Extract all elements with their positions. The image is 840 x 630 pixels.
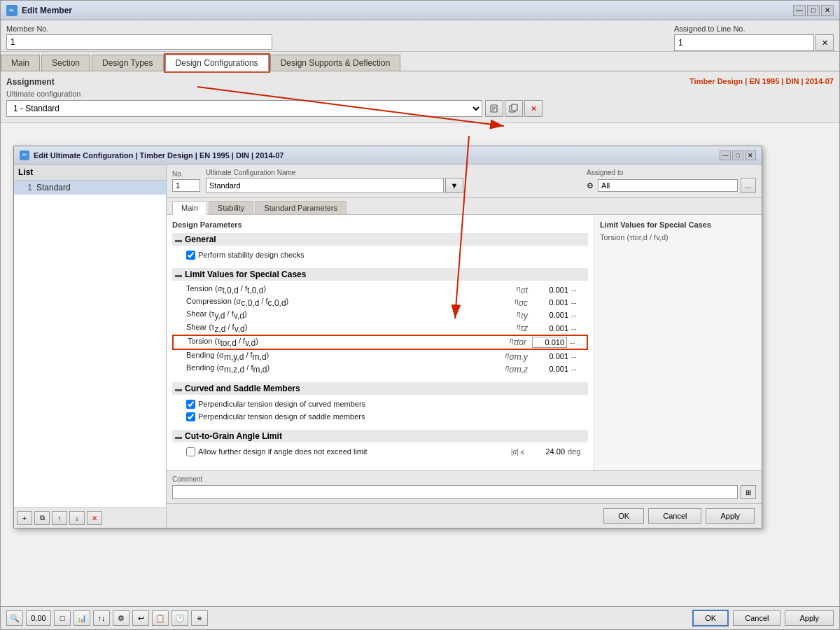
torsion-value-input[interactable] [532,337,567,348]
config-select[interactable]: 1 - Standard [6,100,482,117]
inner-tab-stability[interactable]: Stability [209,201,254,214]
limit-values-right-title: Limit Values for Special Cases [600,220,756,229]
list-item-name: Standard [36,183,71,192]
bending-y-unit: -- [571,352,585,360]
name-label: Ultimate Configuration Name [206,169,463,176]
comment-row: ⊞ [172,485,756,499]
value-button[interactable]: 0.00 [26,610,51,626]
bottom-toolbar: 🔍 0.00 □ 📊 ↑↓ ⚙ ↩ 📋 🕐 ≡ OK Cancel Apply [1,606,839,629]
assigned-to-button[interactable]: … [741,178,756,193]
bending-y-value: 0.001 [533,352,568,360]
grain-angle-checkbox[interactable] [186,447,195,456]
comment-input[interactable] [172,485,738,499]
search-button[interactable]: 🔍 [6,610,23,626]
cancel-button[interactable]: Cancel [733,610,780,626]
shear-z-label: Shear (τz,d / fv,d) [186,323,483,334]
member-no-input[interactable] [6,34,272,50]
ok-button[interactable]: OK [692,610,729,626]
list-delete-button[interactable]: ✕ [87,511,102,525]
name-dropdown-button[interactable]: ▼ [445,178,463,193]
title-bar-left: ✏ Edit Member [6,5,72,16]
history-button[interactable]: 🕐 [172,610,188,626]
inner-tab-standard-params[interactable]: Standard Parameters [255,201,346,214]
menu-button[interactable]: ≡ [191,610,208,626]
list-add-button[interactable]: + [17,511,32,525]
list-item[interactable]: 1 Standard [14,181,166,195]
no-group: No. [172,170,200,192]
limit-values-group: ▬ Limit Values for Special Cases Tension… [172,268,588,375]
curved-members-checkbox[interactable] [186,400,195,409]
settings-button[interactable]: ⚙ [113,610,130,626]
title-controls: — □ ✕ [793,5,834,16]
saddle-members-row: Perpendicular tension design of saddle m… [172,410,588,423]
assigned-line-button[interactable]: ✕ [816,34,834,51]
list-toolbar: + ⧉ ↑ ↓ ✕ [14,507,166,528]
list-body: 1 Standard [14,181,166,507]
assigned-to-input[interactable] [598,179,738,192]
bending-z-unit: -- [571,365,585,373]
main-title-bar: ✏ Edit Member — □ ✕ [1,1,839,20]
torsion-row: Torsion (τtor,d / fv,d) ητtor -- [172,335,588,350]
inner-cancel-button[interactable]: Cancel [648,508,701,524]
inner-dialog: ✏ Edit Ultimate Configuration | Timber D… [13,146,762,528]
general-group: ▬ General Perform stability design check… [172,233,588,261]
close-button[interactable]: ✕ [821,5,834,16]
main-window: ✏ Edit Member — □ ✕ Member No. Assigned … [0,0,840,630]
inner-tab-main[interactable]: Main [172,201,207,215]
apply-button[interactable]: Apply [785,610,834,626]
comment-button[interactable]: ⊞ [741,485,756,499]
params-main: Design Parameters ▬ General Perform stab… [167,215,594,470]
select-button[interactable]: □ [54,610,71,626]
copy-config-button[interactable] [505,100,523,117]
tension-label: Tension (σt,0,d / ft,0,d) [186,284,483,295]
curved-members-row: Perpendicular tension design of curved m… [172,398,588,410]
list-header: List [14,164,166,181]
inner-apply-button[interactable]: Apply [706,508,755,524]
assigned-to-label: Assigned to [587,169,756,176]
params-right-panel: Limit Values for Special Cases Torsion (… [594,215,762,470]
curved-saddle-group: ▬ Curved and Saddle Members Perpendicula… [172,382,588,423]
delete-config-button[interactable]: ✕ [524,100,542,117]
grain-angle-value: 24.00 [530,447,565,456]
design-params: Design Parameters ▬ General Perform stab… [167,215,762,470]
undo-button[interactable]: ↩ [132,610,149,626]
assigned-line-label: Assigned to Line No. [674,24,834,33]
chart-button[interactable]: 📊 [74,610,90,626]
grain-angle-expand-icon[interactable]: ▬ [175,433,182,440]
tab-section[interactable]: Section [41,55,90,71]
timber-design-label: Timber Design | EN 1995 | DIN | 2014-07 [690,77,834,85]
curved-saddle-expand-icon[interactable]: ▬ [175,385,182,393]
config-buttons: ✕ [485,100,542,117]
inner-close-button[interactable]: ✕ [745,150,756,160]
inner-title-left: ✏ Edit Ultimate Configuration | Timber D… [20,150,284,160]
limit-values-expand-icon[interactable]: ▬ [175,271,182,279]
assigned-line-input[interactable] [674,34,814,51]
compression-symbol: ησc [486,298,528,308]
general-expand-icon[interactable]: ▬ [175,236,182,244]
saddle-members-checkbox[interactable] [186,412,195,421]
tab-main[interactable]: Main [1,55,40,71]
inner-ok-button[interactable]: OK [603,508,644,524]
inner-title-controls: — □ ✕ [720,150,756,160]
stability-checks-checkbox[interactable] [186,251,195,260]
inner-dialog-footer: OK Cancel Apply [167,503,762,528]
tab-design-supports[interactable]: Design Supports & Deflection [270,55,401,71]
list-copy-button[interactable]: ⧉ [34,511,50,525]
minimize-button[interactable]: — [793,5,806,16]
clipboard-button[interactable]: 📋 [152,610,169,626]
shear-y-symbol: ητy [486,310,528,321]
list-up-button[interactable]: ↑ [52,511,67,525]
arrows-button[interactable]: ↑↓ [93,610,110,626]
inner-maximize-button[interactable]: □ [732,150,743,160]
inner-minimize-button[interactable]: — [720,150,731,160]
tension-symbol: ησt [486,285,528,295]
tab-design-configurations[interactable]: Design Configurations [165,55,269,71]
design-params-title: Design Parameters [172,220,588,229]
no-input[interactable] [172,179,200,192]
maximize-button[interactable]: □ [807,5,820,16]
new-config-button[interactable] [485,100,503,117]
list-down-button[interactable]: ↓ [69,511,85,525]
tab-design-types[interactable]: Design Types [92,55,164,71]
name-input[interactable] [206,178,444,193]
curved-saddle-header: ▬ Curved and Saddle Members [172,382,588,395]
